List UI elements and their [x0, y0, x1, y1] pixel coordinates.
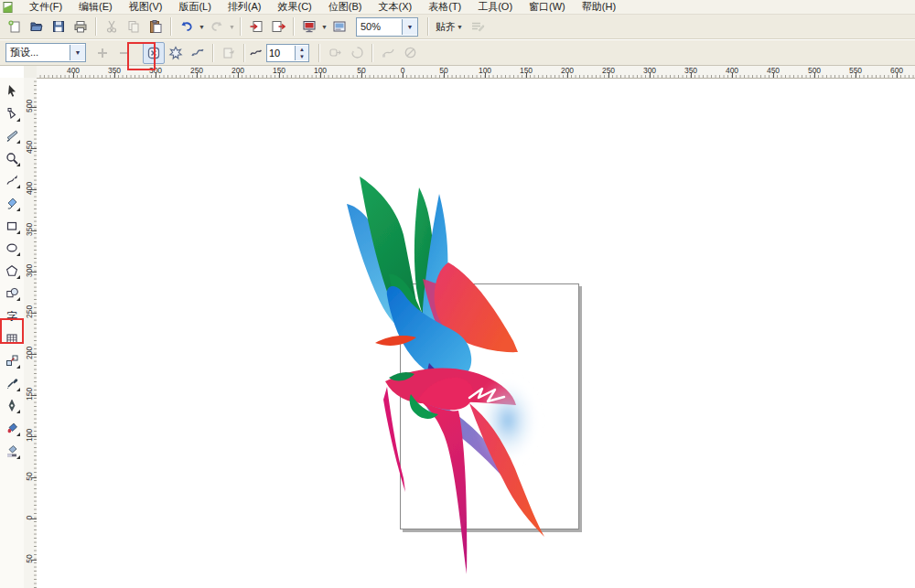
- direct-blend-icon: [146, 46, 161, 60]
- hruler-major-tick: [608, 72, 609, 78]
- open-button[interactable]: [26, 16, 48, 37]
- hruler-major-tick: [773, 72, 774, 78]
- rectangle-tool-icon: [5, 219, 18, 232]
- preset-combobox[interactable]: 预设... ▼: [5, 43, 86, 62]
- redo-dropdown-arrow[interactable]: ▼: [228, 16, 236, 37]
- path-properties-icon: [382, 46, 395, 59]
- menu-item-7[interactable]: 文本(X): [370, 0, 420, 14]
- text-tool[interactable]: 字: [2, 305, 22, 326]
- vruler-label: 0: [25, 511, 34, 524]
- polygon-tool[interactable]: [2, 261, 22, 281]
- blend-tool[interactable]: [2, 350, 22, 370]
- add-preset-icon: [96, 47, 109, 59]
- smart-fill-tool[interactable]: [2, 193, 22, 213]
- vertical-ruler[interactable]: 50045040035030025020015010050050: [24, 78, 38, 588]
- menu-item-4[interactable]: 排列(A): [220, 0, 270, 14]
- blend-steps-spinner[interactable]: ▲ ▼: [266, 44, 309, 62]
- welcome-screen-button[interactable]: [328, 16, 350, 37]
- new-document-button[interactable]: [4, 16, 26, 37]
- options-button[interactable]: [467, 16, 489, 37]
- propbar-separator: [371, 44, 373, 62]
- clockwise-blend-button[interactable]: [165, 42, 187, 64]
- clear-blend-button[interactable]: [399, 42, 421, 64]
- redo-icon: [210, 19, 224, 34]
- crop-tool[interactable]: [2, 125, 22, 145]
- menu-item-1[interactable]: 编辑(E): [70, 0, 121, 14]
- export-button[interactable]: [267, 16, 289, 37]
- preset-combobox-arrow-icon[interactable]: ▼: [70, 45, 85, 60]
- hruler-major-tick: [156, 72, 156, 78]
- snap-to-dropdown[interactable]: 贴齐 ▼: [433, 16, 467, 37]
- application-launcher-dropdown-arrow[interactable]: ▼: [320, 16, 328, 37]
- freehand-tool[interactable]: [2, 170, 22, 190]
- menu-item-6[interactable]: 位图(B): [320, 0, 371, 14]
- clear-blend-icon: [404, 46, 417, 59]
- blend-spacing-button[interactable]: [324, 42, 346, 64]
- menu-item-0[interactable]: 文件(F): [21, 0, 70, 14]
- vruler-label: 50: [25, 470, 34, 483]
- cut-button[interactable]: [101, 16, 123, 37]
- counterclockwise-blend-button[interactable]: [187, 42, 209, 64]
- pick-tool[interactable]: [2, 80, 22, 101]
- drawing-canvas[interactable]: [37, 79, 915, 588]
- hruler-major-tick: [485, 72, 486, 78]
- menu-item-11[interactable]: 帮助(H): [574, 0, 624, 14]
- snap-to-dropdown-arrow[interactable]: ▼: [456, 16, 464, 37]
- basic-shapes-tool[interactable]: [2, 283, 22, 303]
- interactive-fill-tool[interactable]: [2, 441, 22, 461]
- direct-blend-button[interactable]: [143, 42, 165, 64]
- outline-tool[interactable]: [2, 395, 22, 415]
- blend-artwork[interactable]: [334, 169, 599, 588]
- table-tool-icon: [5, 332, 18, 345]
- redo-button[interactable]: [206, 16, 228, 37]
- ellipse-tool[interactable]: [2, 238, 22, 258]
- hruler-major-tick: [897, 72, 898, 78]
- loop-blend-icon: [350, 46, 364, 59]
- zoom-level-combobox[interactable]: 50% ▼: [356, 17, 418, 37]
- copy-blend-button[interactable]: [218, 42, 240, 64]
- vruler-label: 500: [25, 100, 34, 112]
- menu-item-3[interactable]: 版面(L): [170, 0, 219, 14]
- application-launcher-button[interactable]: [298, 16, 320, 37]
- print-button[interactable]: [70, 16, 92, 37]
- copy-button[interactable]: [123, 16, 145, 37]
- welcome-screen-icon: [332, 19, 347, 34]
- horizontal-ruler[interactable]: 4003503002502001501005005010015020025030…: [37, 66, 915, 79]
- propbar-separator: [243, 44, 245, 62]
- delete-preset-button[interactable]: [113, 42, 135, 64]
- outline-tool-icon: [5, 399, 18, 412]
- hruler-major-tick: [444, 72, 445, 78]
- zoom-tool[interactable]: [2, 148, 22, 168]
- undo-dropdown-arrow[interactable]: ▼: [198, 16, 206, 37]
- hruler-major-tick: [279, 72, 280, 78]
- hruler-major-tick: [73, 72, 74, 78]
- blend-tool-icon: [5, 354, 18, 367]
- menu-item-5[interactable]: 效果(C): [270, 0, 320, 14]
- propbar-separator: [318, 44, 320, 62]
- blend-steps-input[interactable]: [267, 48, 295, 59]
- shape-tool[interactable]: [2, 103, 22, 123]
- toolbar-separator: [240, 17, 242, 36]
- menu-item-10[interactable]: 窗口(W): [521, 0, 574, 14]
- vruler-label: 250: [25, 305, 34, 318]
- loop-blend-button[interactable]: [346, 42, 368, 64]
- steps-down-arrow-icon[interactable]: ▼: [296, 53, 308, 60]
- table-tool[interactable]: [2, 328, 22, 348]
- rectangle-tool[interactable]: [2, 216, 22, 236]
- zoom-combobox-arrow-icon[interactable]: ▼: [402, 19, 417, 35]
- paste-button[interactable]: [145, 16, 167, 37]
- menu-item-8[interactable]: 表格(T): [420, 0, 469, 14]
- menu-item-2[interactable]: 视图(V): [121, 0, 171, 14]
- vruler-label: 350: [25, 223, 34, 236]
- fill-tool[interactable]: [2, 418, 22, 438]
- menu-item-9[interactable]: 工具(O): [469, 0, 521, 14]
- undo-button[interactable]: [176, 16, 198, 37]
- path-properties-button[interactable]: [377, 42, 399, 64]
- import-button[interactable]: [245, 16, 267, 37]
- add-preset-button[interactable]: [92, 42, 113, 64]
- smart-fill-tool-icon: [5, 197, 18, 209]
- save-button[interactable]: [48, 16, 70, 37]
- eyedropper-tool[interactable]: [2, 373, 22, 393]
- hruler-major-tick: [114, 72, 115, 78]
- steps-up-arrow-icon[interactable]: ▲: [296, 46, 308, 53]
